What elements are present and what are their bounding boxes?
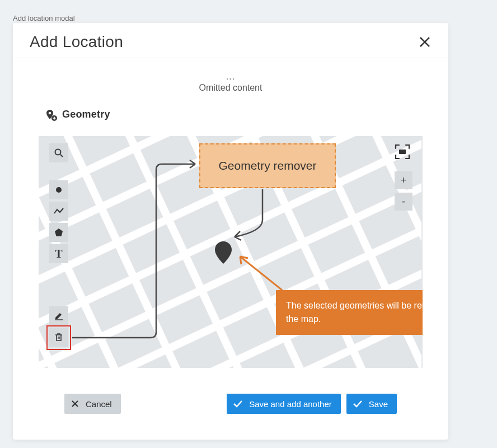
add-location-modal: Add Location ... Omitted content Geometr…: [13, 23, 448, 440]
pin-plus-icon: [45, 109, 57, 120]
save-add-another-button[interactable]: Save and add another: [227, 394, 341, 414]
fullscreen-icon[interactable]: [392, 142, 412, 162]
svg-marker-21: [55, 228, 63, 236]
section-header-geometry: Geometry: [45, 109, 423, 120]
check-icon: [352, 399, 363, 409]
annotation-label: Add location modal: [13, 14, 75, 22]
modal-title: Add Location: [30, 33, 123, 51]
map-area[interactable]: T + - Geometry remover: [39, 136, 423, 368]
line-tool-icon[interactable]: [49, 202, 68, 221]
omitted-text: Omitted content: [199, 83, 262, 92]
section-title: Geometry: [62, 109, 110, 120]
zoom-in-button[interactable]: +: [395, 171, 412, 189]
polygon-tool-icon[interactable]: [49, 223, 68, 242]
callout-geometry-remover: Geometry remover: [199, 143, 336, 188]
search-icon[interactable]: [49, 143, 68, 162]
svg-point-19: [55, 150, 61, 155]
zoom-out-button[interactable]: -: [395, 193, 412, 211]
trash-tool-icon[interactable]: [49, 328, 68, 347]
svg-rect-22: [399, 150, 406, 154]
tooltip-geometry-remove: The selected geometries will be removed …: [276, 290, 423, 335]
map-marker-icon[interactable]: [213, 240, 233, 265]
omitted-dots: ...: [39, 72, 423, 82]
point-tool-icon[interactable]: [49, 180, 68, 199]
check-icon: [232, 399, 243, 409]
modal-footer: Cancel Save and add another Save: [39, 368, 423, 426]
modal-body: ... Omitted content Geometry: [13, 58, 448, 440]
omitted-content: ... Omitted content: [39, 72, 423, 93]
svg-point-0: [49, 111, 51, 114]
save-another-label: Save and add another: [249, 399, 332, 409]
svg-point-20: [56, 187, 62, 193]
save-button[interactable]: Save: [346, 394, 397, 414]
text-tool-icon[interactable]: T: [49, 244, 68, 263]
edit-tool-icon[interactable]: [49, 306, 68, 325]
zoom-controls: + -: [395, 171, 412, 211]
save-label: Save: [369, 399, 388, 409]
cancel-label: Cancel: [86, 399, 112, 409]
close-icon[interactable]: [417, 34, 433, 50]
footer-right: Save and add another Save: [227, 394, 397, 414]
modal-header: Add Location: [13, 23, 448, 58]
cancel-button[interactable]: Cancel: [64, 394, 121, 414]
x-icon: [70, 399, 80, 409]
